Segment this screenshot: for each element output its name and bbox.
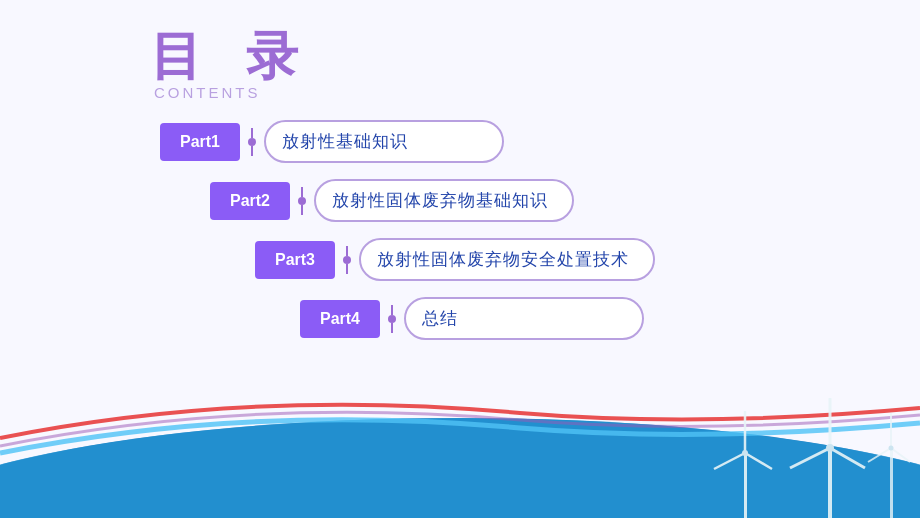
svg-point-6 [826,444,834,452]
pill-text-4: 总结 [422,307,458,330]
bottom-decoration [0,358,920,518]
items-container: Part1 放射性基础知识 Part2 放射性固体废弃物基础知识 Part3 [0,120,920,356]
svg-rect-7 [744,453,747,518]
pill-text-3: 放射性固体废弃物安全处置技术 [377,248,629,271]
bottom-svg [0,358,920,518]
part4-label[interactable]: Part4 [300,300,380,338]
pill-box-3[interactable]: 放射性固体废弃物安全处置技术 [359,238,655,281]
part3-label[interactable]: Part3 [255,241,335,279]
title-english: CONTENTS [154,84,313,101]
connector-3 [335,242,359,278]
pill-box-1[interactable]: 放射性基础知识 [264,120,504,163]
connector-dot-1 [248,138,256,146]
connector-dot-4 [388,315,396,323]
connector-dot-2 [298,197,306,205]
connector-dot-3 [343,256,351,264]
content-item-1: Part1 放射性基础知识 [160,120,920,163]
part1-label[interactable]: Part1 [160,123,240,161]
header-section: 目 录 CONTENTS [150,30,313,101]
page-container: 目 录 CONTENTS Part1 放射性基础知识 Part2 放射性固体废弃… [0,0,920,518]
content-item-4: Part4 总结 [300,297,920,340]
connector-2 [290,183,314,219]
svg-rect-2 [828,448,832,518]
pill-box-2[interactable]: 放射性固体废弃物基础知识 [314,179,574,222]
pill-text-2: 放射性固体废弃物基础知识 [332,189,548,212]
title-chinese: 目 录 [150,30,313,82]
connector-1 [240,124,264,160]
svg-point-11 [742,450,748,456]
part2-label[interactable]: Part2 [210,182,290,220]
pill-box-4[interactable]: 总结 [404,297,644,340]
connector-4 [380,301,404,337]
svg-rect-12 [890,448,893,518]
content-item-3: Part3 放射性固体废弃物安全处置技术 [255,238,920,281]
svg-point-16 [889,446,894,451]
content-item-2: Part2 放射性固体废弃物基础知识 [210,179,920,222]
pill-text-1: 放射性基础知识 [282,130,408,153]
